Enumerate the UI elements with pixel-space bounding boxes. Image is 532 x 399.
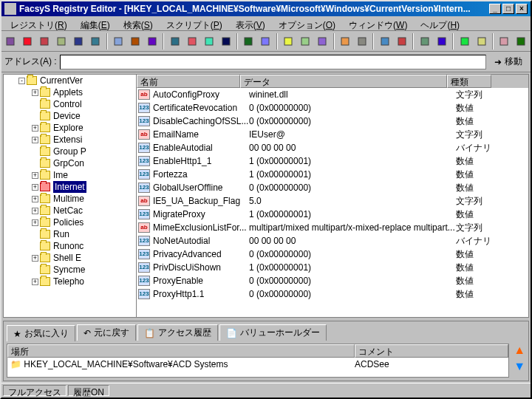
value-number-icon: 123 [138, 156, 150, 166]
list-row[interactable]: 123ProxyEnable0 (0x00000000)数値 [137, 274, 528, 287]
tree-pane[interactable]: -CurrentVer+AppletsControlDevice+Explore… [4, 75, 137, 317]
new-dword-icon[interactable] [201, 33, 216, 50]
fav-header-comment[interactable]: コメント [355, 344, 508, 358]
new-binary-icon[interactable] [218, 33, 233, 50]
cut-icon[interactable] [281, 33, 296, 50]
clipboard-icon[interactable] [514, 33, 529, 50]
list-row[interactable]: abEmailNameIEUser@文字列 [137, 128, 528, 141]
tree-item[interactable]: +Shell E [4, 252, 136, 264]
close-button[interactable]: × [516, 4, 528, 14]
list-row[interactable]: 123PrivacyAdvanced0 (0x00000000)数値 [137, 248, 528, 261]
move-up-button[interactable]: ▲ [514, 344, 525, 357]
list-row[interactable]: abIE5_UA_Backup_Flag5.0文字列 [137, 194, 528, 208]
undo-icon: ↶ [83, 328, 91, 338]
header-name[interactable]: 名前 [137, 75, 240, 88]
tree-item[interactable]: +Multime [4, 193, 136, 205]
tree-item[interactable]: +Explore [4, 122, 136, 134]
menu-r[interactable]: レジストリ(R) [4, 18, 73, 29]
folder-icon[interactable] [474, 33, 489, 50]
tab-star[interactable]: ★お気に入り [7, 325, 75, 341]
list-row[interactable]: 123DisableCachingOfSSL...0 (0x00000000)数… [137, 115, 528, 128]
holder-icon: 📄 [226, 328, 237, 338]
tree-item[interactable]: +Ime [4, 169, 136, 181]
tab-holder[interactable]: 📄バリューホールダー [219, 324, 327, 341]
address-label: アドレス(A) : [4, 55, 57, 68]
key-icon[interactable] [457, 33, 472, 50]
tree-item[interactable]: Group P [4, 146, 136, 157]
history-icon: 📋 [144, 328, 155, 338]
menu-v[interactable]: 表示(V) [230, 18, 271, 29]
list-row[interactable]: 123Fortezza1 (0x00000001)数値 [137, 168, 528, 181]
scissors-icon[interactable] [497, 33, 512, 50]
favorites-table[interactable]: 場所 コメント 📁 HKEY_LOCAL_MACHINE¥Software¥AC… [7, 344, 509, 378]
open-icon[interactable] [417, 33, 432, 50]
copy-icon[interactable] [20, 33, 35, 50]
new-string-icon[interactable] [184, 33, 200, 50]
bookmark-icon[interactable] [377, 33, 392, 50]
list-row[interactable]: 123GlobalUserOffline0 (0x00000000)数値 [137, 181, 528, 194]
tree-item[interactable]: Syncme [4, 264, 136, 276]
menu-o[interactable]: オプション(O) [273, 18, 341, 29]
refresh-icon[interactable] [111, 33, 126, 50]
save-icon[interactable] [434, 33, 449, 50]
tab-history[interactable]: 📋アクセス履歴 [137, 324, 218, 341]
bottom-tabs: ★お気に入り↶元に戻す📋アクセス履歴📄バリューホールダー [4, 321, 528, 341]
menu-e[interactable]: 編集(E) [75, 18, 116, 29]
tree-item[interactable]: GrpCon [4, 157, 136, 169]
go-button[interactable]: ➜ 移動 [489, 53, 528, 70]
tree-item[interactable]: +Internet [4, 181, 136, 193]
favorite-row[interactable]: 📁 HKEY_LOCAL_MACHINE¥Software¥ACD System… [7, 358, 508, 371]
list-row[interactable]: 123ProxyHttp1.10 (0x00000000)数値 [137, 287, 528, 301]
fav-header-place[interactable]: 場所 [7, 344, 355, 358]
cascade-icon[interactable] [241, 33, 256, 50]
list-row[interactable]: 123CertificateRevocation0 (0x00000000)数値 [137, 101, 528, 115]
menu-p[interactable]: スクリプト(P) [160, 18, 228, 29]
maximize-button[interactable]: □ [502, 4, 514, 14]
address-input[interactable] [60, 55, 486, 69]
settings-icon[interactable] [394, 33, 409, 50]
svg-rect-23 [438, 38, 446, 45]
move-down-button[interactable]: ▼ [514, 360, 525, 373]
menu-s[interactable]: 検索(S) [117, 18, 159, 29]
svg-rect-7 [132, 38, 139, 45]
menu-h[interactable]: ヘルプ(H) [415, 18, 466, 29]
info-icon[interactable] [54, 33, 69, 50]
list-pane[interactable]: 名前 データ 種類 abAutoConfigProxywininet.dll文字… [137, 75, 528, 317]
copy2-icon[interactable] [298, 33, 313, 50]
tree-item[interactable]: Device [4, 110, 136, 122]
tab-undo[interactable]: ↶元に戻す [77, 324, 136, 341]
new-key-icon[interactable] [167, 33, 183, 50]
table-view-icon[interactable] [71, 33, 86, 50]
list-row[interactable]: 123EnableHttp1_11 (0x00000001)数値 [137, 154, 528, 168]
find-next-icon[interactable] [355, 33, 370, 50]
tree-item[interactable]: Runonc [4, 240, 136, 252]
tree-item[interactable]: +Extensi [4, 134, 136, 146]
binoculars-icon[interactable] [338, 33, 353, 50]
menu-w[interactable]: ウィンドウ(W) [343, 18, 413, 29]
tree-root[interactable]: -CurrentVer [4, 75, 136, 86]
tree-item[interactable]: +Applets [4, 86, 136, 98]
tree-item[interactable]: +Policies [4, 216, 136, 228]
tile-icon[interactable] [258, 33, 273, 50]
list-row[interactable]: 123MigrateProxy1 (0x00000001)数値 [137, 208, 528, 221]
tree-item[interactable]: Control [4, 98, 136, 110]
play-icon[interactable] [127, 33, 143, 50]
tree-item[interactable]: +NetCac [4, 205, 136, 216]
list-row[interactable]: abMimeExclusionListFor...multipart/mixed… [137, 221, 528, 234]
tree-item[interactable]: Run [4, 228, 136, 240]
tree-item[interactable]: +Telepho [4, 276, 136, 287]
stop-icon[interactable] [144, 33, 160, 50]
value-number-icon: 123 [138, 183, 150, 193]
star-icon[interactable] [88, 33, 103, 50]
svg-rect-15 [284, 38, 292, 45]
paste-icon[interactable] [315, 33, 330, 50]
list-row[interactable]: abAutoConfigProxywininet.dll文字列 [137, 88, 528, 101]
header-type[interactable]: 種類 [447, 75, 491, 88]
minimize-button[interactable]: _ [489, 4, 501, 14]
list-row[interactable]: 123PrivDiscUiShown1 (0x00000001)数値 [137, 261, 528, 274]
list-row[interactable]: 123NoNetAutodial00 00 00 00バイナリ [137, 234, 528, 248]
header-data[interactable]: データ [240, 75, 447, 88]
list-row[interactable]: 123EnableAutodial00 00 00 00バイナリ [137, 141, 528, 154]
print-icon[interactable] [3, 33, 18, 50]
reconnect-icon[interactable] [37, 33, 52, 50]
